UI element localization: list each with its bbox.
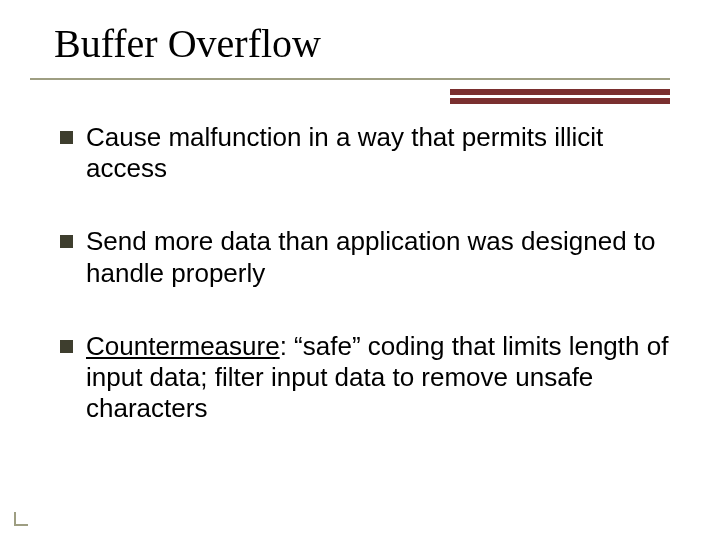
bullet-item: Send more data than application was desi… bbox=[86, 226, 670, 288]
bullet-text: Send more data than application was desi… bbox=[86, 226, 656, 287]
slide-title: Buffer Overflow bbox=[54, 20, 321, 67]
bullet-item: Cause malfunction in a way that permits … bbox=[86, 122, 670, 184]
corner-decoration-icon bbox=[14, 512, 28, 526]
accent-bar-top bbox=[450, 89, 670, 95]
square-bullet-icon bbox=[60, 131, 73, 144]
content-area: Cause malfunction in a way that permits … bbox=[86, 122, 670, 466]
bullet-item: Countermeasure: “safe” coding that limit… bbox=[86, 331, 670, 425]
slide: Buffer Overflow Cause malfunction in a w… bbox=[0, 0, 720, 540]
title-underline bbox=[30, 78, 670, 80]
square-bullet-icon bbox=[60, 235, 73, 248]
square-bullet-icon bbox=[60, 340, 73, 353]
accent-bar-bottom bbox=[450, 98, 670, 104]
bullet-label: Countermeasure bbox=[86, 331, 280, 361]
bullet-text: Cause malfunction in a way that permits … bbox=[86, 122, 603, 183]
